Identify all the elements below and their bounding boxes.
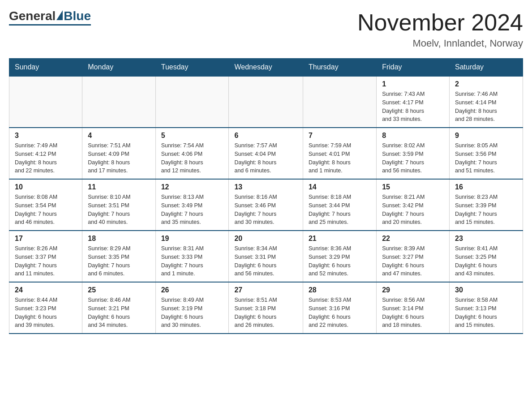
day-number: 30 (455, 286, 517, 294)
calendar-cell: 11Sunrise: 8:10 AM Sunset: 3:51 PM Dayli… (82, 179, 155, 231)
calendar-cell: 30Sunrise: 8:58 AM Sunset: 3:13 PM Dayli… (449, 282, 523, 334)
day-info: Sunrise: 8:41 AM Sunset: 3:25 PM Dayligh… (455, 244, 517, 278)
calendar-cell: 17Sunrise: 8:26 AM Sunset: 3:37 PM Dayli… (9, 231, 82, 282)
calendar-cell: 25Sunrise: 8:46 AM Sunset: 3:21 PM Dayli… (82, 282, 155, 334)
calendar-cell: 28Sunrise: 8:53 AM Sunset: 3:16 PM Dayli… (303, 282, 376, 334)
calendar-week-3: 10Sunrise: 8:08 AM Sunset: 3:54 PM Dayli… (9, 179, 523, 231)
weekday-header-friday: Friday (377, 59, 450, 77)
calendar-cell: 21Sunrise: 8:36 AM Sunset: 3:29 PM Dayli… (303, 231, 376, 282)
calendar-cell: 12Sunrise: 8:13 AM Sunset: 3:49 PM Dayli… (155, 179, 229, 231)
calendar-cell: 29Sunrise: 8:56 AM Sunset: 3:14 PM Dayli… (377, 282, 450, 334)
day-number: 14 (309, 183, 371, 191)
day-info: Sunrise: 7:54 AM Sunset: 4:06 PM Dayligh… (161, 141, 223, 175)
calendar-week-4: 17Sunrise: 8:26 AM Sunset: 3:37 PM Dayli… (9, 231, 523, 282)
logo-triangle-icon (56, 10, 63, 20)
weekday-header-thursday: Thursday (303, 59, 376, 77)
day-number: 26 (161, 286, 223, 294)
day-number: 6 (234, 132, 297, 140)
weekday-row: SundayMondayTuesdayWednesdayThursdayFrid… (9, 59, 523, 77)
day-number: 21 (309, 235, 371, 243)
day-info: Sunrise: 8:23 AM Sunset: 3:39 PM Dayligh… (455, 193, 517, 227)
day-info: Sunrise: 7:46 AM Sunset: 4:14 PM Dayligh… (455, 90, 517, 124)
calendar-cell: 26Sunrise: 8:49 AM Sunset: 3:19 PM Dayli… (155, 282, 229, 334)
calendar-cell: 23Sunrise: 8:41 AM Sunset: 3:25 PM Dayli… (449, 231, 523, 282)
calendar-cell (155, 76, 229, 128)
day-info: Sunrise: 8:29 AM Sunset: 3:35 PM Dayligh… (88, 244, 150, 278)
calendar-cell: 20Sunrise: 8:34 AM Sunset: 3:31 PM Dayli… (229, 231, 303, 282)
calendar-cell: 16Sunrise: 8:23 AM Sunset: 3:39 PM Dayli… (449, 179, 523, 231)
calendar-cell: 8Sunrise: 8:02 AM Sunset: 3:59 PM Daylig… (377, 128, 450, 179)
day-info: Sunrise: 8:46 AM Sunset: 3:21 PM Dayligh… (88, 296, 150, 330)
calendar-cell: 24Sunrise: 8:44 AM Sunset: 3:23 PM Dayli… (9, 282, 82, 334)
day-info: Sunrise: 8:34 AM Sunset: 3:31 PM Dayligh… (234, 244, 297, 278)
day-number: 9 (455, 132, 517, 140)
calendar-cell: 3Sunrise: 7:49 AM Sunset: 4:12 PM Daylig… (9, 128, 82, 179)
day-number: 19 (161, 235, 223, 243)
day-number: 13 (234, 183, 297, 191)
calendar-cell: 14Sunrise: 8:18 AM Sunset: 3:44 PM Dayli… (303, 179, 376, 231)
calendar-cell (229, 76, 303, 128)
calendar-cell: 13Sunrise: 8:16 AM Sunset: 3:46 PM Dayli… (229, 179, 303, 231)
day-number: 15 (382, 183, 444, 191)
calendar-cell: 6Sunrise: 7:57 AM Sunset: 4:04 PM Daylig… (229, 128, 303, 179)
weekday-header-wednesday: Wednesday (229, 59, 303, 77)
day-info: Sunrise: 7:59 AM Sunset: 4:01 PM Dayligh… (309, 141, 371, 175)
page-header: General Blue November 2024 Moelv, Innlan… (9, 9, 523, 49)
day-number: 8 (382, 132, 444, 140)
calendar-body: 1Sunrise: 7:43 AM Sunset: 4:17 PM Daylig… (9, 76, 523, 334)
calendar-cell: 9Sunrise: 8:05 AM Sunset: 3:56 PM Daylig… (449, 128, 523, 179)
day-number: 10 (15, 183, 77, 191)
calendar-cell: 10Sunrise: 8:08 AM Sunset: 3:54 PM Dayli… (9, 179, 82, 231)
day-number: 4 (88, 132, 150, 140)
calendar-cell (303, 76, 376, 128)
calendar-week-1: 1Sunrise: 7:43 AM Sunset: 4:17 PM Daylig… (9, 76, 523, 128)
day-info: Sunrise: 8:26 AM Sunset: 3:37 PM Dayligh… (15, 244, 77, 278)
day-info: Sunrise: 8:36 AM Sunset: 3:29 PM Dayligh… (309, 244, 371, 278)
day-number: 16 (455, 183, 517, 191)
day-info: Sunrise: 8:53 AM Sunset: 3:16 PM Dayligh… (309, 296, 371, 330)
day-number: 23 (455, 235, 517, 243)
day-number: 5 (161, 132, 223, 140)
day-number: 2 (455, 80, 517, 88)
day-number: 20 (234, 235, 297, 243)
calendar-cell: 19Sunrise: 8:31 AM Sunset: 3:33 PM Dayli… (155, 231, 229, 282)
calendar-cell: 2Sunrise: 7:46 AM Sunset: 4:14 PM Daylig… (449, 76, 523, 128)
day-info: Sunrise: 8:16 AM Sunset: 3:46 PM Dayligh… (234, 193, 297, 227)
day-number: 17 (15, 235, 77, 243)
day-info: Sunrise: 7:51 AM Sunset: 4:09 PM Dayligh… (88, 141, 150, 175)
day-info: Sunrise: 8:05 AM Sunset: 3:56 PM Dayligh… (455, 141, 517, 175)
day-info: Sunrise: 8:51 AM Sunset: 3:18 PM Dayligh… (234, 296, 297, 330)
calendar-cell: 5Sunrise: 7:54 AM Sunset: 4:06 PM Daylig… (155, 128, 229, 179)
day-number: 7 (309, 132, 371, 140)
day-number: 12 (161, 183, 223, 191)
title-section: November 2024 Moelv, Innlandet, Norway (357, 9, 523, 49)
day-info: Sunrise: 8:39 AM Sunset: 3:27 PM Dayligh… (382, 244, 444, 278)
calendar-cell: 27Sunrise: 8:51 AM Sunset: 3:18 PM Dayli… (229, 282, 303, 334)
calendar-cell: 22Sunrise: 8:39 AM Sunset: 3:27 PM Dayli… (377, 231, 450, 282)
calendar-header: SundayMondayTuesdayWednesdayThursdayFrid… (9, 59, 523, 77)
day-number: 18 (88, 235, 150, 243)
day-info: Sunrise: 7:49 AM Sunset: 4:12 PM Dayligh… (15, 141, 77, 175)
day-number: 1 (382, 80, 444, 88)
day-info: Sunrise: 8:18 AM Sunset: 3:44 PM Dayligh… (309, 193, 371, 227)
logo: General Blue (9, 9, 91, 26)
location: Moelv, Innlandet, Norway (357, 38, 523, 49)
day-info: Sunrise: 8:44 AM Sunset: 3:23 PM Dayligh… (15, 296, 77, 330)
day-number: 25 (88, 286, 150, 294)
weekday-header-sunday: Sunday (9, 59, 82, 77)
day-info: Sunrise: 8:56 AM Sunset: 3:14 PM Dayligh… (382, 296, 444, 330)
calendar-week-2: 3Sunrise: 7:49 AM Sunset: 4:12 PM Daylig… (9, 128, 523, 179)
day-info: Sunrise: 7:43 AM Sunset: 4:17 PM Dayligh… (382, 90, 444, 124)
day-info: Sunrise: 8:10 AM Sunset: 3:51 PM Dayligh… (88, 193, 150, 227)
calendar-cell (82, 76, 155, 128)
calendar-cell: 4Sunrise: 7:51 AM Sunset: 4:09 PM Daylig… (82, 128, 155, 179)
day-info: Sunrise: 8:31 AM Sunset: 3:33 PM Dayligh… (161, 244, 223, 278)
day-info: Sunrise: 8:02 AM Sunset: 3:59 PM Dayligh… (382, 141, 444, 175)
calendar-cell: 18Sunrise: 8:29 AM Sunset: 3:35 PM Dayli… (82, 231, 155, 282)
day-number: 28 (309, 286, 371, 294)
day-number: 24 (15, 286, 77, 294)
logo-general: General (9, 9, 56, 23)
calendar-cell: 7Sunrise: 7:59 AM Sunset: 4:01 PM Daylig… (303, 128, 376, 179)
day-info: Sunrise: 8:13 AM Sunset: 3:49 PM Dayligh… (161, 193, 223, 227)
day-number: 29 (382, 286, 444, 294)
